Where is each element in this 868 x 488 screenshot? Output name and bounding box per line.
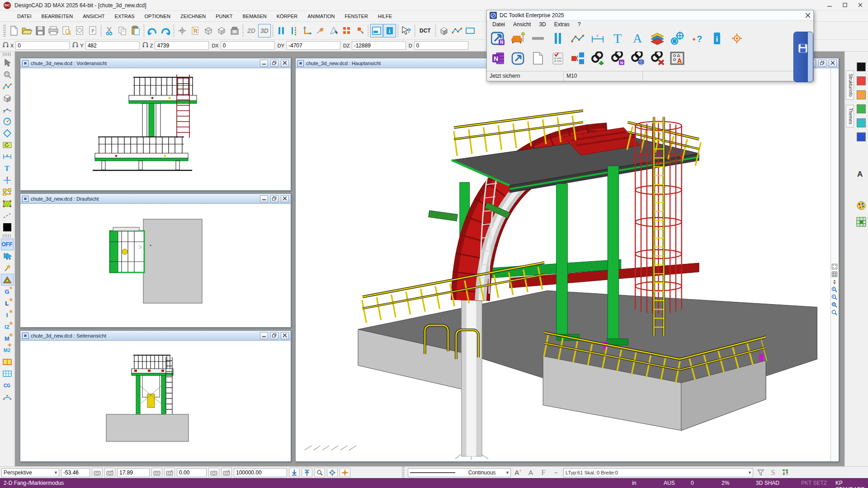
open-file-button[interactable] bbox=[21, 24, 33, 38]
redline-button[interactable]: R bbox=[189, 24, 202, 38]
undo-button[interactable] bbox=[146, 24, 159, 38]
menu-item-8[interactable]: KÖRPER bbox=[272, 12, 302, 20]
vertex-select-button[interactable] bbox=[327, 24, 340, 38]
view-spin-z-button[interactable] bbox=[208, 468, 219, 477]
viewport-front-minimize[interactable] bbox=[260, 60, 268, 67]
point-select-button[interactable] bbox=[176, 24, 189, 38]
zoom-in-button[interactable] bbox=[831, 286, 838, 293]
dct-toolbar-label[interactable]: DCT bbox=[417, 28, 434, 34]
menu-item-7[interactable]: BEMAßEN bbox=[238, 12, 271, 20]
zoom-tool[interactable] bbox=[1, 69, 14, 80]
link-add-button[interactable] bbox=[590, 51, 605, 66]
palette-swatch-5[interactable] bbox=[857, 132, 866, 141]
viewport-top-titlebar[interactable]: ▣ chute_3d_new.dcd : Draufsicht bbox=[20, 194, 291, 204]
point-mark-button[interactable] bbox=[354, 24, 366, 38]
viewport-front-restore[interactable] bbox=[270, 60, 278, 67]
new-file-button[interactable] bbox=[8, 24, 20, 38]
viewport-front-close[interactable] bbox=[281, 60, 289, 67]
palette-swatch-4[interactable] bbox=[857, 118, 866, 127]
view-spin-z2-button[interactable] bbox=[221, 468, 232, 477]
view-scale-input[interactable] bbox=[234, 468, 287, 477]
linetype-select[interactable]: Continuous▼ bbox=[408, 468, 511, 477]
font-style-button[interactable]: F bbox=[538, 468, 549, 477]
arc-tool[interactable]: ? bbox=[1, 104, 14, 116]
structure-tool[interactable] bbox=[1, 186, 14, 198]
palette-swatch-0[interactable] bbox=[857, 62, 866, 71]
push-down-button[interactable] bbox=[289, 468, 300, 477]
cell-grid-tool[interactable] bbox=[1, 356, 14, 368]
prism-tool[interactable] bbox=[1, 274, 14, 286]
export-onenote-button[interactable]: N bbox=[491, 31, 506, 46]
3d-mode-button[interactable]: 3D bbox=[258, 24, 271, 38]
palette-swatch-1[interactable] bbox=[857, 76, 866, 85]
tk-dimension-button[interactable]: x bbox=[590, 31, 605, 46]
view-spin-y2-button[interactable] bbox=[164, 468, 175, 477]
share-button[interactable] bbox=[510, 51, 526, 66]
menu-item-11[interactable]: HILFE bbox=[373, 12, 396, 20]
g-snap-tool[interactable]: G✦ bbox=[1, 286, 14, 297]
viewport-side-restore[interactable] bbox=[270, 332, 278, 339]
tk-info-button[interactable]: i bbox=[709, 31, 725, 46]
viewport-top-restore[interactable] bbox=[270, 195, 278, 202]
i2-snap-tool[interactable]: I2✳ bbox=[1, 321, 14, 333]
menu-item-5[interactable]: ZEICHNEN bbox=[176, 12, 210, 20]
furniture-button[interactable] bbox=[510, 31, 526, 46]
coord-input-dz[interactable] bbox=[352, 41, 406, 50]
link-web-button[interactable] bbox=[630, 51, 645, 66]
dimension-tool[interactable]: x bbox=[1, 151, 14, 163]
rail-grip[interactable] bbox=[3, 52, 12, 56]
coord-input-dx[interactable] bbox=[221, 41, 275, 50]
window-layout-button[interactable] bbox=[370, 24, 383, 38]
m2-snap-tool[interactable]: M2✛ bbox=[1, 344, 14, 356]
polyline-tool[interactable] bbox=[1, 80, 14, 92]
menu-item-2[interactable]: ANSICHT bbox=[78, 12, 109, 20]
link-remove-button[interactable] bbox=[650, 51, 665, 66]
page-setup-button[interactable]: P bbox=[86, 24, 99, 38]
attributes-button[interactable]: A bbox=[670, 51, 685, 66]
menu-item-6[interactable]: PUNKT bbox=[211, 12, 237, 20]
viewport-side-minimize[interactable] bbox=[260, 332, 268, 339]
tk-text-a-button[interactable]: A bbox=[630, 31, 645, 46]
toolkit-menu-item-0[interactable]: Datei bbox=[489, 21, 509, 28]
color-swatch-current[interactable] bbox=[1, 221, 14, 233]
tk-layers-button[interactable] bbox=[650, 31, 665, 46]
font-smaller-button[interactable]: A bbox=[525, 468, 536, 477]
off-toggle[interactable]: OFF bbox=[1, 239, 14, 250]
cut-button[interactable] bbox=[103, 24, 116, 38]
viewport-top[interactable]: ▣ chute_3d_new.dcd : Draufsicht bbox=[20, 193, 291, 328]
grid-dots-button[interactable] bbox=[831, 263, 838, 270]
text-style-label[interactable]: A bbox=[857, 170, 863, 179]
rotation-x-input[interactable] bbox=[61, 468, 90, 477]
dc-toolkit-window[interactable]: DC Toolkit Enterprise 2025 DateiAnsicht3… bbox=[486, 10, 814, 81]
info-box-button[interactable]: i bbox=[383, 24, 396, 38]
hatch-tool[interactable] bbox=[1, 198, 14, 210]
magic-wand-tool[interactable] bbox=[1, 262, 14, 274]
grid-lines-button[interactable] bbox=[831, 270, 838, 278]
viewport-top-close[interactable] bbox=[281, 195, 289, 202]
viewport-side-close[interactable] bbox=[281, 332, 289, 339]
checklist-button[interactable] bbox=[550, 51, 566, 66]
redo-button[interactable] bbox=[159, 24, 172, 38]
magnet-icon[interactable] bbox=[3, 42, 9, 49]
rotated-rect-tool[interactable] bbox=[1, 127, 14, 139]
zoom-out-button[interactable] bbox=[831, 293, 838, 301]
tk-crosshair-button[interactable] bbox=[729, 31, 745, 46]
paste-button[interactable] bbox=[129, 24, 142, 38]
cg-tool[interactable]: CG bbox=[1, 380, 14, 391]
coord-input-x[interactable] bbox=[15, 41, 70, 50]
viewport-main[interactable]: ▣ chute_3d_new.dcd : Hauptansicht bbox=[295, 58, 839, 462]
tab-themes[interactable]: Themes bbox=[846, 105, 854, 127]
view-mode-select[interactable]: Perspektive▼ bbox=[1, 468, 59, 477]
menu-item-4[interactable]: OPTIONEN bbox=[140, 12, 175, 20]
view-spin-x2-button[interactable] bbox=[104, 468, 115, 477]
layer-updown-button[interactable] bbox=[780, 468, 791, 477]
filter-button[interactable] bbox=[755, 468, 766, 477]
2d-mode-button[interactable]: 2D bbox=[245, 24, 258, 38]
ltype-detail-select[interactable]: LTyp:61 Skal.:0 Breite:0▼ bbox=[563, 468, 753, 477]
menu-item-1[interactable]: BEARBEITEN bbox=[37, 12, 78, 20]
close-button[interactable] bbox=[853, 0, 868, 10]
block-save-button[interactable] bbox=[215, 24, 228, 38]
print-button[interactable] bbox=[47, 24, 60, 38]
hierarchy-button[interactable] bbox=[570, 51, 585, 66]
coord-input-dy[interactable] bbox=[286, 41, 340, 50]
